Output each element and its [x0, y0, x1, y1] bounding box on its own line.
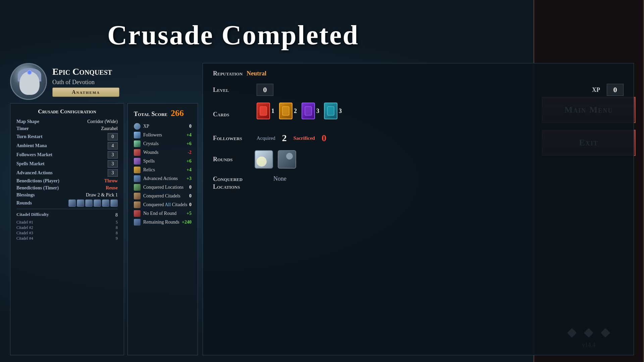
score-panel: Total Score 266 XP 0 Fo: [127, 103, 198, 355]
score-row-relics: Relics +4: [134, 167, 192, 173]
round-icon: [102, 199, 109, 207]
character-info: Epic Conquest Oath of Devotion Anathema: [52, 66, 119, 97]
card-icon-purple: [302, 103, 315, 119]
score-title: Total Score: [134, 111, 167, 118]
score-row-remaining: Remaining Rounds +240: [134, 219, 192, 226]
avatar: [10, 63, 47, 100]
xp-value: 0: [607, 84, 624, 96]
citadel-row-4: Citadel #4 9: [16, 236, 118, 241]
score-val-conq-locations: 0: [189, 185, 192, 190]
citadel-section: Citadel Difficulty 8 Citadel #1 5 Citade…: [16, 212, 118, 241]
conquered-row: ConqueredLocations None: [213, 175, 624, 191]
rounds-label: Rounds: [213, 156, 250, 163]
score-val-xp: 0: [189, 124, 192, 129]
level-value: 0: [257, 84, 273, 96]
character-header: Epic Conquest Oath of Devotion Anathema: [10, 63, 198, 100]
citadel-row-3: Citadel #3 8: [16, 231, 118, 236]
citadel-2-value: 8: [116, 225, 118, 230]
score-val-relics: +4: [186, 167, 192, 173]
cards-list: 1 2 3: [257, 103, 342, 119]
citadel-4-value: 9: [116, 236, 118, 241]
score-label-conq-all-citadels: Conquered All Citadels: [143, 202, 187, 207]
conquered-value: None: [273, 175, 286, 182]
reputation-value: Neutral: [247, 70, 266, 77]
score-label-adv-actions: Advanced Actions: [143, 176, 178, 181]
svg-rect-1: [282, 107, 289, 115]
level-label: Level: [213, 86, 250, 94]
reputation-row: Reputation Neutral: [213, 70, 624, 77]
citadel-1-label: Citadel #1: [16, 220, 33, 225]
config-value-spells-market: 3: [108, 160, 118, 168]
rounds-row: Rounds 1 0: [213, 150, 624, 169]
card-icon-teal: [324, 103, 337, 119]
round-icon-night: 0: [278, 150, 296, 169]
all-citadels-score-icon: [134, 201, 141, 208]
rounds-icons: [68, 199, 118, 207]
score-label-crystals: Crystals: [143, 141, 159, 146]
score-row-wounds: Wounds -2: [134, 149, 192, 156]
score-val-spells: +6: [186, 159, 192, 164]
config-value-blessings: Draw 2 & Pick 1: [86, 192, 118, 198]
config-label-mana: Ambient Mana: [16, 143, 47, 148]
score-label-conq-locations: Conquered Locations: [143, 185, 183, 190]
score-label-followers: Followers: [143, 132, 162, 138]
cards-label: Cards: [213, 111, 250, 118]
followers-sacrificed-label: Sacrificed: [293, 135, 315, 141]
round-icon: [110, 199, 118, 207]
config-value-bene-player: Throw: [104, 178, 118, 184]
card-red: 1: [257, 103, 274, 119]
cards-row: Cards 1 2: [213, 103, 624, 126]
followers-sacrificed-value: 0: [322, 133, 326, 143]
citadel-2-label: Citadel #2: [16, 225, 33, 230]
config-row-turnrestart: Turn Restart 0: [16, 133, 118, 140]
actions-score-icon: [134, 175, 141, 182]
svg-rect-0: [260, 107, 267, 115]
config-row-bene-timer: Benedictions (Timer) Reuse: [16, 185, 118, 191]
config-title: Crusade Configuration: [16, 108, 118, 115]
level-xp-row: Level 0 XP 0: [213, 84, 624, 96]
config-label-adv-actions: Advanced Actions: [16, 170, 53, 176]
config-row-citadel-difficulty: Citadel Difficulty 8: [16, 212, 118, 218]
score-val-remaining: +240: [182, 220, 192, 225]
followers-acquired-label: Acquired: [257, 135, 275, 141]
config-row-timer: Timer Zaurahel: [16, 126, 118, 131]
noend-score-icon: [134, 210, 141, 217]
followers-score-icon: [134, 132, 141, 138]
followers-acquired-value: 2: [282, 133, 287, 143]
xp-score-icon: [134, 123, 141, 130]
conquered-label: ConqueredLocations: [213, 175, 267, 191]
config-row-blessings: Blessings Draw 2 & Pick 1: [16, 192, 118, 198]
citadel-3-label: Citadel #3: [16, 231, 33, 236]
score-row-noend: No End of Round +5: [134, 210, 192, 217]
character-name: Epic Conquest: [52, 66, 119, 77]
score-label-noend: No End of Round: [143, 211, 176, 216]
score-label-spells: Spells: [143, 159, 155, 164]
config-label-turnrestart: Turn Restart: [16, 134, 43, 139]
config-row-adv-actions: Advanced Actions 3: [16, 169, 118, 177]
round-icon: [68, 199, 76, 207]
config-value-mapshape: Corridor (Wide): [87, 119, 118, 124]
card-count-red: 1: [271, 108, 274, 115]
citadel-row-1: Citadel #1 5: [16, 220, 118, 225]
card-count-teal: 3: [339, 108, 342, 115]
score-val-wounds: -2: [187, 150, 192, 155]
spells-score-icon: [134, 158, 141, 165]
round-icon: [77, 199, 84, 207]
config-label-followers-market: Followers Market: [16, 152, 52, 158]
score-val-conq-all-citadels: 0: [189, 202, 192, 207]
locations-score-icon: [134, 184, 141, 191]
card-count-gold: 2: [294, 108, 297, 115]
score-row-conq-all-citadels: Conquered All Citadels 0: [134, 201, 192, 208]
citadel-difficulty-value: 8: [115, 213, 118, 218]
card-icon-gold: [279, 103, 292, 119]
config-row-mapshape: Map Shape Corridor (Wide): [16, 119, 118, 124]
wounds-score-icon: [134, 149, 141, 156]
config-value-turnrestart: 0: [108, 133, 118, 140]
svg-rect-3: [327, 107, 334, 115]
citadels-score-icon: [134, 193, 141, 199]
round-icon: [94, 199, 101, 207]
score-row-adv-actions: Advanced Actions +3: [134, 175, 192, 182]
citadel-3-value: 8: [116, 231, 118, 236]
svg-rect-2: [305, 107, 312, 115]
card-teal: 3: [324, 103, 342, 119]
